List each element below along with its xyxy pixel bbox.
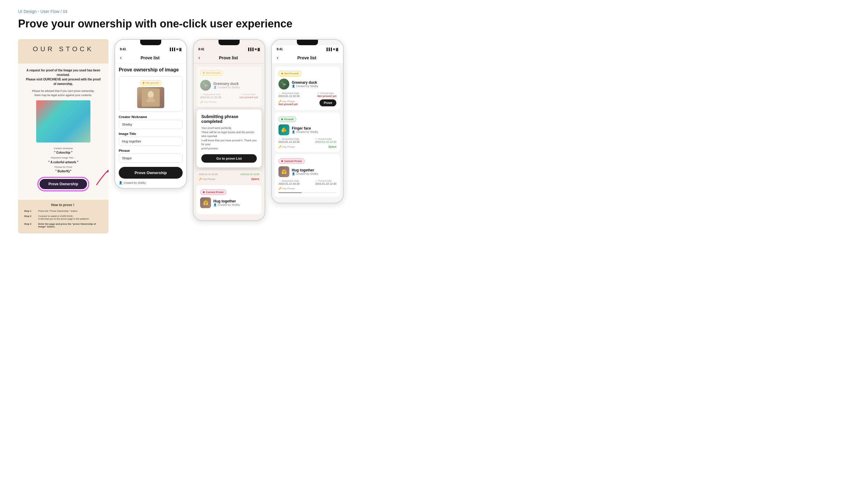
image-title-label: Image Title xyxy=(119,132,183,135)
website-prove-ownership-button[interactable]: Prove Ownership xyxy=(39,179,87,189)
phone4-header: ‹ Prove list xyxy=(272,52,343,64)
step-1-desc: Press the "Prove Ownership " button. xyxy=(38,210,78,213)
screen3-card2: 2023.01.21 02:30 2023.01.23 12:30 🔑Key P… xyxy=(196,170,261,183)
artwork-svg xyxy=(142,89,160,107)
success-modal-title: Submitting phrase completed xyxy=(201,114,257,124)
page-container: UI Design - User Flow / 04 Prove your ow… xyxy=(0,0,434,242)
screen4-prove-button[interactable]: Prove xyxy=(319,99,336,106)
phone3-title: Prove list xyxy=(203,56,254,60)
screen3-hug-avatar: 🤗 xyxy=(200,197,211,208)
scroll-thumb xyxy=(278,192,302,193)
phone4-status-bar: 9:41 ▐▐▐ ≋ ▓ xyxy=(272,45,343,52)
phone4-title: Prove list xyxy=(281,56,332,60)
howto-section: How to prove！ Step 1 Press the "Prove Ow… xyxy=(18,200,108,233)
phone-screen-4: 9:41 ▐▐▐ ≋ ▓ ‹ Prove list Not Proved xyxy=(271,39,344,203)
screen3-card1-header: 🦆 Greenary duck 👤 Created by Shelby xyxy=(200,80,258,91)
website-panel: OUR STOCK A request for proof of the Ima… xyxy=(18,39,108,233)
screen3-card1-proved-date: ✓Proved Date not proved yet xyxy=(239,93,258,99)
phone4-signal: ▐▐▐ ≋ ▓ xyxy=(326,47,338,51)
step-2-desc: Connect to wallet in OURCHIVE. It will l… xyxy=(38,215,89,220)
image-title-input[interactable] xyxy=(119,137,183,146)
screen4-card1: Not Proved 🦆 Greenary duck 👤 Created by … xyxy=(275,67,340,110)
phone-screen-3: 9:41 ▐▐▐ ≋ ▓ ‹ Prove list Not Proved xyxy=(193,39,265,221)
phone2-back-icon[interactable]: ‹ xyxy=(120,55,122,61)
screen4-card1-status: Not Proved xyxy=(278,71,301,76)
phone3-header: ‹ Prove list xyxy=(193,52,265,64)
phrase-input[interactable] xyxy=(119,154,183,163)
website-logo: OUR STOCK xyxy=(24,45,102,53)
website-creator-value: " Colorchip " xyxy=(24,151,102,154)
phone2-time: 9:41 xyxy=(120,47,126,51)
phone3-signal: ▐▐▐ ≋ ▓ xyxy=(247,47,260,51)
website-header: OUR STOCK xyxy=(18,39,108,64)
screen3-card1-info: Greenary duck 👤 Created by Shelby xyxy=(213,82,258,89)
creator-nickname-input[interactable] xyxy=(119,120,183,129)
screen3-card1: Not Proved 🦆 Greenary duck 👤 Created by … xyxy=(196,67,261,107)
screen3-card1-dates: ←Requested Date 2023.01.21 02:30 ✓Proved… xyxy=(200,93,258,99)
website-warning: Please be advised that if you can't prov… xyxy=(24,89,102,97)
prove-submit-button[interactable]: Prove Ownership xyxy=(119,167,183,178)
phone3-back-icon[interactable]: ‹ xyxy=(198,55,200,61)
website-title-value: " A colorful artwork " xyxy=(24,161,102,164)
step-2-label: Step 2 xyxy=(24,215,35,220)
not-proved-dot xyxy=(143,82,144,84)
phone2-signal: ▐▐▐ ≋ ▓ xyxy=(169,47,181,51)
success-modal-desc: Your proof went perfectly. There will be… xyxy=(201,126,257,151)
phone4-time: 9:41 xyxy=(277,47,283,51)
step-3-label: Step 3 xyxy=(24,223,35,228)
scroll-indicator xyxy=(278,192,336,193)
creator-badge: 👤 Created by Shelby xyxy=(119,181,183,184)
creator-name: Created by Shelby xyxy=(124,181,146,184)
phone2-notch xyxy=(140,40,161,45)
screen4-card2-status: Proved xyxy=(278,117,296,122)
screen3-cannot-prove-badge: Cannot Prove xyxy=(200,190,226,195)
phone2-status-bar: 9:41 ▐▐▐ ≋ ▓ xyxy=(115,45,186,52)
prove-form-title: Prove ownership of image xyxy=(119,67,183,73)
page-title: Prove your ownership with one-click user… xyxy=(18,18,416,30)
step-3-desc: Enter the page and press the "prove Owne… xyxy=(38,223,102,228)
screen3-cannot-prove: Cannot Prove 🤗 Hug together 👤 Created by… xyxy=(196,185,261,214)
phone-screen-2: 9:41 ▐▐▐ ≋ ▓ ‹ Prove list Prove ownershi… xyxy=(115,39,187,189)
not-proved-label: Not proved xyxy=(146,82,159,84)
howto-title: How to prove！ xyxy=(24,203,102,207)
go-to-list-button[interactable]: Go to prove List xyxy=(201,154,257,163)
screen3-card1-creator: 👤 Created by Shelby xyxy=(213,86,258,89)
screen4-hug-avatar: 🤗 xyxy=(278,166,289,177)
screen4-duck-avatar: 🦆 xyxy=(278,78,289,90)
step-2: Step 2 Connect to wallet in OURCHIVE. It… xyxy=(24,215,102,220)
creator-icon: 👤 xyxy=(119,181,122,184)
step-3: Step 3 Enter the page and press the "pro… xyxy=(24,223,102,228)
artwork-preview xyxy=(137,87,164,108)
phone2-body: Prove ownership of image Not proved xyxy=(115,64,186,188)
phone2-title: Prove list xyxy=(125,56,176,60)
step-1: Step 1 Press the "Prove Ownership " butt… xyxy=(24,210,102,213)
screen3-card1-key: 🔑 Key Phrase xyxy=(200,101,258,103)
screen3-card1-status: Not Proved xyxy=(200,70,223,76)
screen3-card1-avatar: 🦆 xyxy=(200,80,211,91)
phone4-back-icon[interactable]: ‹ xyxy=(277,55,278,61)
website-btn-area: Prove Ownership xyxy=(24,173,102,195)
phone3-body: Not Proved 🦆 Greenary duck 👤 Created by … xyxy=(193,64,265,220)
website-creator-label: Creator nickname xyxy=(24,147,102,150)
screen4-card3: Cannot Prove 🤗 Hug together 👤 Created by… xyxy=(275,154,340,197)
phone4-notch xyxy=(297,40,318,45)
website-title-label: Reported Image Title： xyxy=(24,156,102,159)
screen4-finger-avatar: 🫵 xyxy=(278,124,289,135)
phone2-header: ‹ Prove list xyxy=(115,52,186,64)
website-notice: A request for proof of the Image you use… xyxy=(24,68,102,86)
screen4-card3-status: Cannot Prove xyxy=(278,158,305,164)
screen3-card1-req-date: ←Requested Date 2023.01.21 02:30 xyxy=(200,93,221,99)
creator-nickname-label: Creator Nickname xyxy=(119,115,183,119)
phrase-label: Phrase xyxy=(119,149,183,153)
image-preview-box: Not proved xyxy=(119,76,183,111)
page-subtitle: UI Design - User Flow / 04 xyxy=(18,9,416,14)
phone3-time: 9:41 xyxy=(198,47,204,51)
phone3-notch xyxy=(218,40,240,45)
step-1-label: Step 1 xyxy=(24,210,35,213)
success-modal: Submitting phrase completed Your proof w… xyxy=(196,109,261,167)
screen3-card1-name: Greenary duck xyxy=(213,82,258,86)
screens-container: OUR STOCK A request for proof of the Ima… xyxy=(18,39,416,233)
phone4-body: Not Proved 🦆 Greenary duck 👤 Created by … xyxy=(272,64,343,203)
website-artwork-image xyxy=(36,100,90,142)
phone3-status-bar: 9:41 ▐▐▐ ≋ ▓ xyxy=(193,45,265,52)
